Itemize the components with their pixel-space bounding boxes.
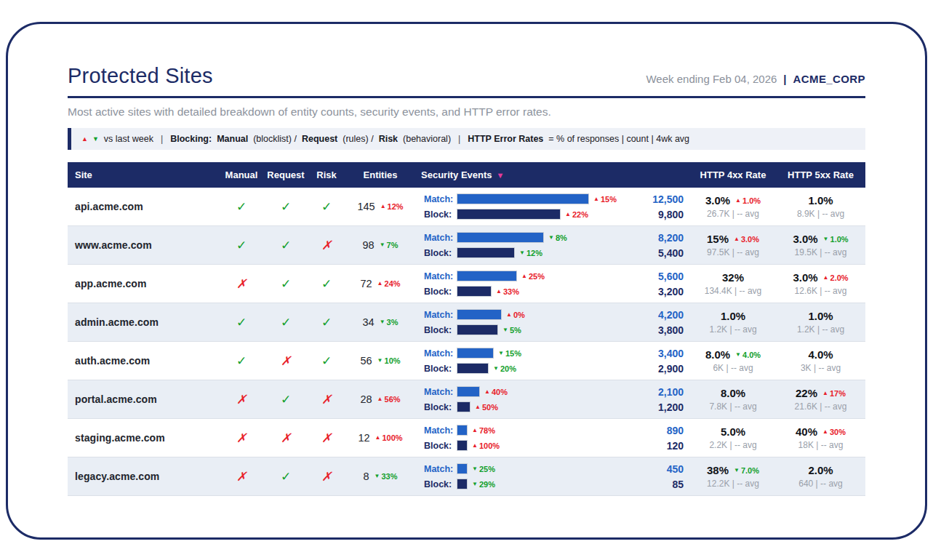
security-block-row: Block:▲50%1,200 [424, 400, 684, 414]
http-4xx-count-avg: 2.2K | -- avg [689, 440, 777, 450]
entities-cell: 34▼3% [344, 316, 417, 328]
block-count: 120 [667, 440, 684, 452]
down-triangle-icon: ▼ [380, 242, 385, 248]
down-triangle-icon: ▼ [519, 250, 525, 256]
col-header-request[interactable]: Request [263, 169, 309, 180]
col-header-http-4xx[interactable]: HTTP 4xx Rate [689, 169, 777, 180]
delta-value: 7.0% [741, 466, 759, 475]
protected-sites-table: Site Manual Request Risk Entities Securi… [68, 162, 865, 496]
delta-value: 20% [500, 364, 516, 373]
up-triangle-icon: ▲ [377, 281, 383, 287]
org-name: ACME_CORP [793, 73, 865, 85]
match-label: Match: [424, 425, 457, 436]
delta-value: 29% [479, 480, 495, 489]
http-4xx-delta: ▲1.0% [735, 196, 761, 205]
col-header-security-events[interactable]: Security Events ▼ [417, 169, 689, 180]
match-bar [457, 271, 516, 281]
match-label: Match: [424, 194, 457, 204]
risk-check-icon: ✓ [309, 315, 344, 330]
match-count: 5,600 [658, 271, 684, 282]
site-name: portal.acme.com [68, 393, 220, 405]
entities-value: 145 [357, 201, 375, 212]
legend-risk-note: (behavioral) [403, 134, 451, 144]
security-events-cell: Match:▼15%3,400Block:▼20%2,900 [417, 345, 689, 377]
request-check-icon: ✓ [263, 276, 309, 292]
request-check-icon: ✓ [263, 315, 309, 330]
down-triangle-icon: ▼ [548, 235, 554, 241]
delta-value: 3.0% [741, 235, 759, 244]
up-triangle-icon: ▲ [823, 275, 829, 281]
entities-delta: ▲56% [377, 395, 401, 404]
table-row: api.acme.com✓✓✓145▲12%Match:▲15%12,500Bl… [68, 188, 865, 226]
col-header-site[interactable]: Site [68, 169, 220, 180]
delta-value: 12% [526, 249, 542, 257]
http-5xx-count-avg: 1.2K | -- avg [777, 324, 865, 335]
http-4xx-rate-value: 3.0% [705, 194, 730, 207]
legend-bar: ▲ ▼ vs last week | Blocking: Manual (blo… [68, 128, 865, 150]
entities-cell: 12▲100% [344, 432, 417, 444]
match-delta: ▼8% [548, 233, 567, 242]
delta-value: 3% [387, 318, 399, 327]
block-delta: ▼12% [519, 249, 542, 257]
delta-value: 1.0% [742, 196, 761, 205]
table-row: auth.acme.com✓✗✓56▼10%Match:▼15%3,400Blo… [68, 342, 865, 380]
security-events-cell: Match:▼25%450Block:▼29%85 [417, 460, 689, 492]
manual-cross-icon: ✗ [220, 469, 263, 484]
http-4xx-rate: 38%▼7.0% [689, 464, 777, 476]
http-4xx-rate: 3.0%▲1.0% [689, 194, 777, 207]
block-delta: ▲33% [496, 287, 519, 296]
col-header-manual[interactable]: Manual [220, 169, 263, 180]
security-match-row: Match:▲25%5,600 [424, 269, 684, 283]
block-delta: ▲50% [475, 403, 498, 412]
col-header-http-5xx[interactable]: HTTP 5xx Rate [777, 169, 865, 180]
block-count: 3,200 [658, 286, 684, 297]
legend-up-triangle-icon: ▲ [81, 136, 88, 143]
legend-http-label: HTTP Error Rates [468, 134, 543, 144]
http-4xx-cell: 15%▲3.0%97.5K | -- avg [689, 233, 777, 257]
http-5xx-rate-value: 1.0% [808, 310, 833, 322]
risk-cross-icon: ✗ [309, 392, 344, 407]
block-delta: ▲100% [472, 441, 500, 450]
block-label: Block: [424, 325, 457, 335]
http-4xx-rate-value: 8.0% [705, 348, 730, 361]
http-4xx-count-avg: 97.5K | -- avg [689, 247, 777, 257]
http-4xx-rate-value: 1.0% [721, 310, 745, 322]
up-triangle-icon: ▲ [375, 435, 381, 441]
entities-delta: ▼7% [380, 241, 399, 249]
col-header-risk[interactable]: Risk [309, 169, 344, 180]
http-5xx-rate-value: 1.0% [808, 194, 833, 207]
security-block-row: Block:▼20%2,900 [424, 361, 684, 375]
block-label: Block: [424, 479, 457, 489]
delta-value: 33% [381, 472, 397, 481]
delta-value: 25% [529, 272, 545, 281]
down-triangle-icon: ▼ [734, 468, 740, 473]
entities-delta: ▲100% [375, 433, 403, 442]
delta-value: 22% [572, 210, 588, 219]
http-4xx-rate: 15%▲3.0% [689, 233, 777, 245]
http-5xx-rate: 40%▲30% [777, 425, 865, 438]
block-delta: ▲22% [565, 210, 588, 219]
match-count: 890 [667, 425, 684, 436]
risk-check-icon: ✓ [309, 353, 344, 369]
http-5xx-count-avg: 3K | -- avg [777, 363, 865, 373]
up-triangle-icon: ▲ [475, 404, 481, 410]
match-bar [457, 387, 479, 396]
legend-manual-label: Manual [217, 134, 248, 144]
legend-request-note: (rules) / [343, 134, 373, 144]
delta-value: 100% [382, 433, 402, 442]
match-delta: ▲40% [484, 388, 508, 396]
http-4xx-rate-value: 15% [707, 233, 729, 245]
delta-value: 1.0% [830, 235, 849, 244]
col-header-entities[interactable]: Entities [344, 169, 417, 180]
block-label: Block: [424, 441, 457, 451]
block-bar [457, 287, 491, 296]
block-count: 2,900 [658, 363, 684, 375]
security-events-cell: Match:▼8%8,200Block:▼12%5,400 [417, 229, 689, 261]
entities-value: 12 [358, 432, 369, 444]
table-header: Site Manual Request Risk Entities Securi… [68, 162, 865, 188]
security-match-row: Match:▲0%4,200 [424, 308, 684, 321]
http-4xx-cell: 8.0%▼4.0%6K | -- avg [689, 348, 777, 373]
manual-cross-icon: ✗ [220, 392, 263, 407]
table-row: legacy.acme.com✗✓✗8▼33%Match:▼25%450Bloc… [68, 457, 865, 496]
table-body: api.acme.com✓✓✓145▲12%Match:▲15%12,500Bl… [68, 188, 865, 496]
